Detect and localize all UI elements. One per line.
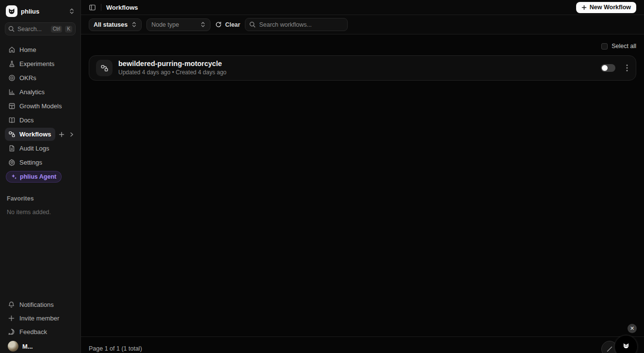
- sidebar-footer: Notifications Invite member Feedback M..…: [5, 298, 76, 353]
- workflow-title: bewildered-purring-motorcycle: [118, 60, 595, 68]
- shortcut-key-badge: K: [65, 26, 72, 33]
- sidebar-item-label: Analytics: [19, 88, 45, 96]
- phlius-agent-button[interactable]: phlius Agent: [6, 171, 62, 183]
- sidebar-item-label: Growth Models: [19, 102, 62, 110]
- feedback-label: Feedback: [19, 328, 47, 336]
- sidebar-item-docs[interactable]: Docs: [5, 114, 76, 127]
- sidebar-item-label: Home: [19, 46, 36, 53]
- sidebar-item-label: Audit Logs: [19, 145, 49, 152]
- expand-workflows-chevron[interactable]: [68, 131, 76, 138]
- chevron-up-down-icon: [131, 21, 137, 28]
- bar-chart-icon: [8, 88, 16, 96]
- workspace-switcher[interactable]: phlius: [5, 5, 76, 17]
- sidebar-item-audit-logs[interactable]: Audit Logs: [5, 142, 76, 155]
- chat-bubble-icon: [8, 328, 15, 336]
- feedback-button[interactable]: Feedback: [5, 325, 76, 338]
- new-workflow-button[interactable]: New Workflow: [576, 2, 636, 13]
- workflow-icon: [96, 60, 113, 76]
- workflow-search-box: [245, 18, 348, 31]
- sparkle-icon: [11, 174, 17, 180]
- user-menu[interactable]: M...: [5, 338, 76, 353]
- workflow-icon: [8, 131, 16, 138]
- plus-icon: [581, 5, 587, 10]
- avatar: [8, 341, 18, 352]
- new-workflow-label: New Workflow: [590, 4, 631, 11]
- select-all-checkbox[interactable]: [601, 43, 608, 50]
- sidebar-item-workflows-row: Workflows: [5, 128, 76, 141]
- sidebar-item-label: Settings: [19, 159, 42, 166]
- workflow-meta: Updated 4 days ago • Created 4 days ago: [118, 69, 595, 76]
- workflow-list: Select all bewildered-purring-motorcycle…: [81, 34, 644, 336]
- invite-member-label: Invite member: [19, 315, 59, 322]
- chevron-up-down-icon: [69, 8, 75, 15]
- node-type-filter-select[interactable]: Node type: [146, 18, 210, 31]
- target-icon: [8, 74, 16, 82]
- sidebar-item-label: Docs: [19, 117, 34, 124]
- pagination-bar: Page 1 of 1 (1 total): [81, 336, 644, 353]
- favorites-section: Favorites No items added.: [5, 195, 76, 216]
- gear-icon: [8, 159, 16, 166]
- workflow-enabled-toggle[interactable]: [601, 64, 615, 72]
- sidebar-item-home[interactable]: Home: [5, 43, 76, 56]
- main-header: Workflows New Workflow: [81, 0, 644, 15]
- pagination-label: Page 1 of 1 (1 total): [89, 345, 142, 352]
- workflow-row[interactable]: bewildered-purring-motorcycle Updated 4 …: [89, 55, 636, 81]
- sidebar-item-label: Workflows: [19, 131, 51, 138]
- sidebar-toggle-icon[interactable]: [89, 4, 96, 11]
- workflow-search-input[interactable]: [259, 21, 343, 28]
- sidebar-item-label: OKRs: [19, 74, 36, 82]
- main-area: Workflows New Workflow All statuses Node…: [81, 0, 644, 353]
- clear-filters-button[interactable]: Clear: [215, 21, 240, 28]
- toggle-knob: [602, 65, 608, 71]
- status-filter-value: All statuses: [94, 21, 128, 28]
- book-icon: [8, 117, 16, 124]
- sidebar-search-input[interactable]: Search... Ctrl K: [5, 22, 76, 35]
- user-name: M...: [22, 343, 33, 350]
- notifications-label: Notifications: [19, 301, 54, 308]
- sidebar-item-label: Experiments: [19, 60, 54, 67]
- workflow-info: bewildered-purring-motorcycle Updated 4 …: [118, 60, 595, 76]
- kebab-menu-icon[interactable]: [625, 63, 629, 73]
- notifications-button[interactable]: Notifications: [5, 298, 76, 311]
- sidebar-item-workflows[interactable]: Workflows: [5, 128, 55, 141]
- search-icon: [249, 21, 256, 28]
- favorites-empty-text: No items added.: [7, 209, 76, 216]
- favorites-title: Favorites: [7, 195, 76, 202]
- select-all-row: Select all: [89, 42, 636, 50]
- search-icon: [8, 26, 15, 32]
- refresh-icon: [215, 21, 222, 28]
- sidebar-item-settings[interactable]: Settings: [5, 156, 76, 169]
- select-all-label: Select all: [612, 43, 636, 50]
- node-type-placeholder: Node type: [151, 21, 196, 28]
- page-title: Workflows: [106, 4, 138, 11]
- shortcut-ctrl-badge: Ctrl: [51, 26, 63, 33]
- sidebar: phlius Search... Ctrl K Home: [0, 0, 81, 353]
- status-filter-select[interactable]: All statuses: [89, 18, 142, 31]
- clear-label: Clear: [225, 21, 240, 28]
- close-icon[interactable]: ✕: [628, 324, 637, 333]
- chevron-up-down-icon: [200, 21, 206, 28]
- sidebar-item-experiments[interactable]: Experiments: [5, 57, 76, 70]
- sidebar-search-placeholder: Search...: [17, 26, 48, 33]
- table-grid-icon: [8, 102, 16, 110]
- plus-icon: [8, 315, 15, 322]
- bell-icon: [8, 301, 15, 308]
- add-workflow-button[interactable]: [58, 131, 65, 138]
- sidebar-item-okrs[interactable]: OKRs: [5, 71, 76, 84]
- home-icon: [8, 46, 16, 53]
- sidebar-item-analytics[interactable]: Analytics: [5, 85, 76, 99]
- filter-bar: All statuses Node type Clear: [81, 15, 644, 34]
- sidebar-nav: Home Experiments OKRs: [5, 43, 76, 169]
- workspace-name: phlius: [21, 8, 65, 15]
- phlius-logo-icon: [6, 5, 17, 17]
- document-icon: [8, 145, 16, 152]
- header-divider: [101, 4, 101, 11]
- sidebar-item-growth-models[interactable]: Growth Models: [5, 100, 76, 113]
- flask-icon: [8, 60, 16, 67]
- invite-member-button[interactable]: Invite member: [5, 311, 76, 325]
- phlius-agent-label: phlius Agent: [20, 173, 56, 180]
